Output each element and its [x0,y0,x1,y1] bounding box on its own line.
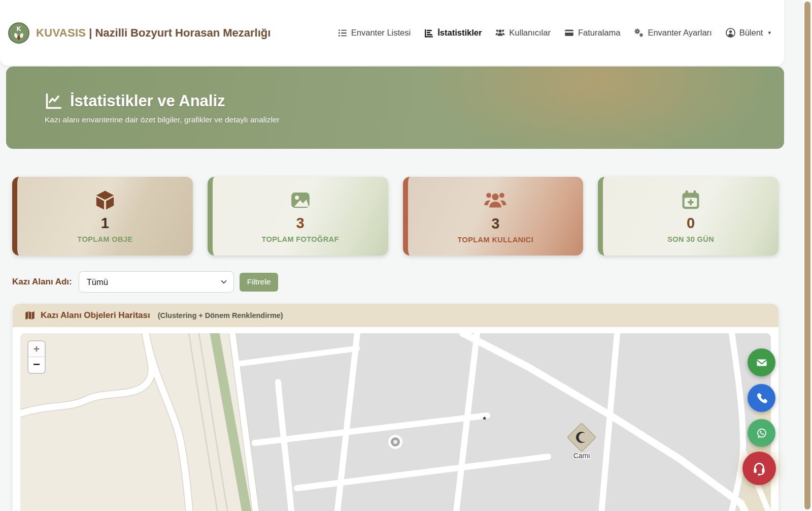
brand-name: KUVASIS [36,26,86,39]
cube-icon [94,189,116,211]
calendar-plus-icon [680,189,702,211]
list-icon [338,28,347,38]
nav-label: Kullanıcılar [509,28,551,38]
kazi-alani-select[interactable]: Tümü [79,271,234,293]
user-name: Bülent [739,28,763,38]
chevron-down-icon: ▾ [768,29,771,36]
zoom-in-button[interactable]: + [28,341,45,357]
user-menu[interactable]: Bülent ▾ [726,28,771,38]
chart-line-icon [45,92,63,110]
page-subtitle: Kazı alanı envanterine dair özet bilgile… [45,115,784,124]
filter-label: Kazı Alanı Adı: [12,277,72,287]
envelope-icon [755,356,769,370]
brand-text: KUVASIS|Nazilli Bozyurt Horasan Mezarlığ… [36,26,270,40]
stat-value: 0 [687,215,695,232]
nav-label: Envanter Ayarları [648,28,712,38]
stat-value: 3 [491,215,499,232]
stat-value: 1 [101,215,109,232]
filtrele-button[interactable]: Filtrele [240,273,279,292]
users-fill-icon [484,188,507,212]
phone-fab[interactable] [748,384,775,412]
map-title: Kazı Alanı Objeleri Haritası [41,310,150,321]
users-icon [495,28,505,38]
nav-item-kullanicilar[interactable]: Kullanıcılar [495,28,551,38]
nav-item-faturalama[interactable]: Faturalama [564,28,620,38]
stat-label: SON 30 GÜN [667,235,714,243]
nav-item-envanter-ayarlari[interactable]: Envanter Ayarları [634,28,712,38]
nav-item-istatistikler[interactable]: İstatistikler [424,28,482,38]
bar-chart-icon [424,28,433,38]
stat-card-toplam-kullanici: 3 TOPLAM KULLANICI [403,177,584,256]
nav-label: İstatistikler [437,28,482,38]
stat-card-toplam-obje: 1 TOPLAM OBJE [12,177,193,256]
map-card: Kazı Alanı Objeleri Haritası (Clustering… [13,304,779,511]
whatsapp-icon [754,426,769,441]
map-canvas[interactable]: Cami + − [20,333,771,511]
navbar: K KUVASIS|Nazilli Bozyurt Horasan Mezarl… [0,0,784,66]
stat-card-son-30-gun: 0 SON 30 GÜN [598,177,779,256]
main-nav: Envanter Listesi İstatistikler Kullanıcı… [338,28,771,38]
map-icon [25,310,35,321]
hero-banner: İstatistikler ve Analiz Kazı alanı envan… [6,67,784,149]
scrollbar-track [803,0,812,511]
support-fab[interactable] [742,452,776,485]
brand-separator: | [89,26,92,39]
headset-icon [751,460,768,477]
site-title: Nazilli Bozyurt Horasan Mezarlığı [95,26,270,39]
cluster-marker[interactable] [388,435,402,449]
filter-row: Kazı Alanı Adı: Tümü Filtrele [12,271,278,293]
map-poi-label: Cami [573,452,590,460]
stats-row: 1 TOPLAM OBJE 3 TOPLAM FOTOĞRAF 3 TOPLAM… [12,177,779,256]
credit-card-icon [564,28,574,38]
brand[interactable]: K KUVASIS|Nazilli Bozyurt Horasan Mezarl… [8,22,270,44]
map-subtitle: (Clustering + Dönem Renklendirme) [158,311,283,320]
gears-icon [634,28,644,38]
map-tiles: Cami [20,333,771,511]
zoom-out-button[interactable]: − [28,357,45,373]
nav-item-envanter-listesi[interactable]: Envanter Listesi [338,28,411,38]
map-header: Kazı Alanı Objeleri Haritası (Clustering… [13,304,779,327]
nav-label: Envanter Listesi [351,28,411,38]
email-fab[interactable] [748,348,775,376]
kazi-alani-select-wrap: Tümü [79,271,234,293]
page-title: İstatistikler ve Analiz [45,92,784,110]
svg-text:K: K [17,25,21,32]
page-title-text: İstatistikler ve Analiz [70,92,225,110]
map-zoom-control: + − [27,340,46,374]
stat-label: TOPLAM KULLANICI [458,236,534,244]
image-icon [289,189,312,211]
kuvasis-logo-icon: K [8,22,29,44]
whatsapp-fab[interactable] [748,419,775,447]
stat-label: TOPLAM FOTOĞRAF [262,235,339,243]
scrollbar[interactable] [804,2,810,509]
stat-label: TOPLAM OBJE [77,235,132,243]
stat-card-toplam-fotograf: 3 TOPLAM FOTOĞRAF [208,177,388,256]
phone-icon [755,392,768,405]
nav-label: Faturalama [578,28,620,38]
person-circle-icon [726,28,735,38]
stat-value: 3 [296,215,304,232]
